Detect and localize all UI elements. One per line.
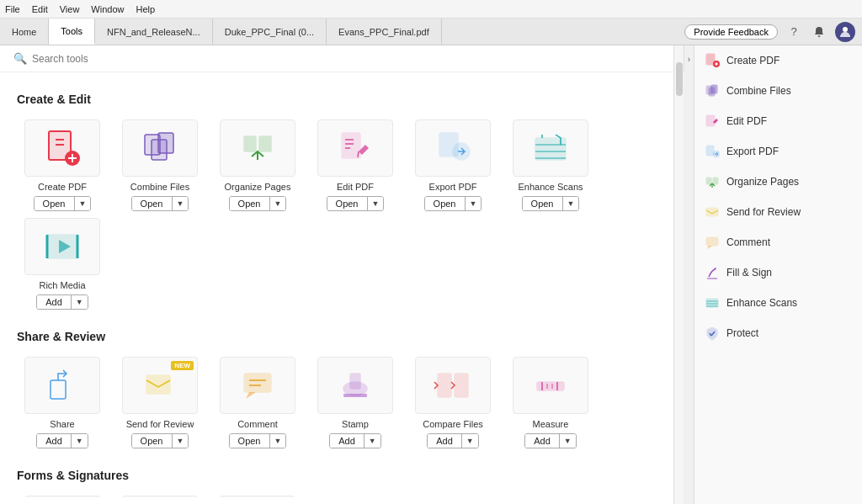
help-button[interactable]: ? [785,23,803,41]
send-review-arrow-btn[interactable]: ▼ [173,434,189,448]
comment-arrow-btn[interactable]: ▼ [270,434,286,448]
enhance-scans-icon-box[interactable] [513,119,588,177]
stamp-arrow-btn[interactable]: ▼ [364,434,380,448]
feedback-button[interactable]: Provide Feedback [684,24,778,40]
edit-pdf-label: Edit PDF [337,182,374,192]
tab-home[interactable]: Home [0,19,49,45]
edit-pdf-open-btn[interactable]: Open [327,197,368,210]
svg-rect-12 [158,133,173,153]
tab-evans[interactable]: Evans_PPC_Final.pdf [327,19,442,45]
compare-files-add-btn[interactable]: Add [428,434,462,448]
comment-open-btn[interactable]: Open [230,434,270,448]
tab-duke[interactable]: Duke_PPC_Final (0... [213,19,327,45]
rp-organize-pages-label: Organize Pages [726,176,799,188]
combine-files-arrow-btn[interactable]: ▼ [173,197,189,210]
svg-marker-36 [246,392,256,399]
edit-pdf-arrow-btn[interactable]: ▼ [368,197,384,210]
svg-point-0 [843,27,848,32]
send-review-icon-box[interactable]: NEW [122,357,198,414]
rp-combine-files[interactable]: Combine Files [694,76,862,106]
edit-pdf-btn-group: Open ▼ [327,196,385,211]
bell-button[interactable] [810,23,828,41]
rp-edit-pdf[interactable]: Edit PDF [694,106,862,136]
new-badge: NEW [171,361,194,370]
rp-fill-sign[interactable]: Fill & Sign [694,257,862,288]
combine-files-icon-box[interactable] [122,119,198,177]
rp-enhance-scans-label: Enhance Scans [726,297,797,309]
certificates-icon-box[interactable] [220,496,295,497]
export-pdf-icon-box[interactable] [415,119,491,177]
combine-files-btn-group: Open ▼ [131,196,189,211]
svg-rect-43 [455,374,468,397]
menu-file[interactable]: File [5,4,20,14]
share-icon-box[interactable] [24,357,100,414]
tool-share: Share Add ▼ [17,357,108,448]
rp-combine-files-label: Combine Files [726,85,791,97]
rp-organize-pages[interactable]: Organize Pages [694,167,862,197]
tab-tools[interactable]: Tools [49,19,95,45]
rp-enhance-scans[interactable]: Enhance Scans [694,288,862,318]
tool-certificates: Certificates Add ▼ [212,496,303,497]
section-title-forms-signatures: Forms & Signatures [17,469,657,482]
menu-window[interactable]: Window [91,4,124,14]
comment-btn-group: Open ▼ [229,433,287,448]
collapse-panel-button[interactable]: › [684,45,694,72]
rp-combine-files-icon [705,83,720,98]
create-pdf-open-btn[interactable]: Open [35,197,75,210]
rp-export-pdf-icon [705,144,720,159]
stamp-icon-box[interactable] [317,357,393,414]
search-icon: 🔍 [13,52,27,65]
rp-create-pdf[interactable]: Create PDF [694,45,862,76]
right-panel: Create PDF Combine Files Edit PDF [694,45,862,504]
export-pdf-label: Export PDF [429,182,477,192]
tool-compare-files: Compare Files Add ▼ [407,357,498,448]
menu-help[interactable]: Help [136,4,155,14]
fill-sign-icon-box[interactable] [24,496,100,497]
export-pdf-open-btn[interactable]: Open [425,197,466,210]
share-arrow-btn[interactable]: ▼ [72,434,88,448]
menu-view[interactable]: View [60,4,80,14]
tab-nfn[interactable]: NFN_and_ReleaseN... [95,19,213,45]
send-review-label: Send for Review [126,419,194,429]
user-avatar[interactable] [835,22,855,42]
compare-files-icon-box[interactable] [415,357,491,414]
send-review-open-btn[interactable]: Open [132,434,173,448]
organize-pages-arrow-btn[interactable]: ▼ [270,197,286,210]
share-add-btn[interactable]: Add [37,434,72,448]
rp-protect[interactable]: Protect [694,318,862,348]
combine-files-open-btn[interactable]: Open [132,197,173,210]
compare-files-arrow-btn[interactable]: ▼ [462,434,478,448]
rich-media-icon-box[interactable] [24,218,100,275]
export-pdf-arrow-btn[interactable]: ▼ [466,197,482,210]
main-scrollbar[interactable] [673,45,684,504]
measure-add-btn[interactable]: Add [525,434,560,448]
measure-icon-box[interactable] [513,357,588,414]
scrollbar-thumb[interactable] [676,62,683,96]
rp-protect-icon [705,326,720,341]
svg-rect-44 [537,382,564,390]
edit-pdf-icon-box[interactable] [317,119,393,177]
rich-media-arrow-btn[interactable]: ▼ [72,295,88,309]
search-input[interactable] [32,53,660,65]
tool-export-pdf: Export PDF Open ▼ [407,119,498,211]
measure-arrow-btn[interactable]: ▼ [560,434,576,448]
prepare-form-icon-box[interactable] [122,496,198,497]
menu-edit[interactable]: Edit [32,4,48,14]
create-pdf-icon-box[interactable] [24,119,100,177]
svg-rect-15 [259,136,271,151]
stamp-add-btn[interactable]: Add [330,434,364,448]
rp-comment[interactable]: Comment [694,227,862,257]
header-actions: Provide Feedback ? [684,22,862,42]
svg-rect-69 [713,178,718,184]
comment-icon-box[interactable] [220,357,295,414]
rp-export-pdf[interactable]: Export PDF [694,136,862,167]
enhance-scans-open-btn[interactable]: Open [523,197,563,210]
rp-send-review[interactable]: Send for Review [694,197,862,227]
organize-pages-open-btn[interactable]: Open [230,197,270,210]
rich-media-add-btn[interactable]: Add [37,295,72,309]
svg-rect-17 [342,133,360,158]
create-pdf-arrow-btn[interactable]: ▼ [75,197,91,210]
enhance-scans-arrow-btn[interactable]: ▼ [563,197,579,210]
svg-rect-71 [706,208,718,216]
organize-pages-icon-box[interactable] [220,119,295,177]
